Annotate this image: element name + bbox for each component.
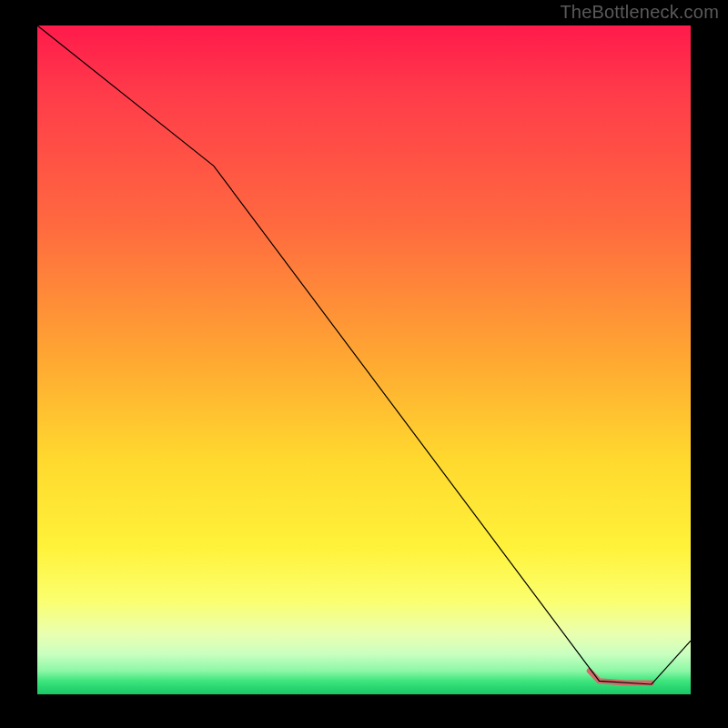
chart-frame: TheBottleneck.com	[0, 0, 728, 728]
attribution-label: TheBottleneck.com	[560, 2, 719, 23]
chart-overlay	[37, 25, 691, 694]
main-curve-path	[37, 25, 691, 684]
